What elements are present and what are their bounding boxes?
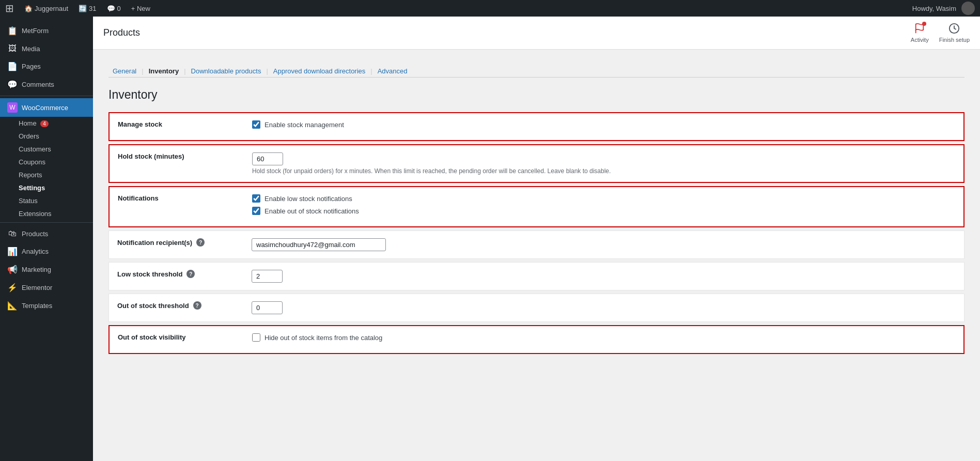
tab-general[interactable]: General — [108, 65, 141, 77]
low-stock-threshold-label-group: Low stock threshold ? — [117, 270, 252, 278]
sidebar-sub-coupons[interactable]: Coupons — [0, 156, 93, 168]
out-of-stock-visibility-block: Out of stock visibility Hide out of stoc… — [108, 325, 965, 354]
low-stock-threshold-row: Low stock threshold ? — [109, 263, 964, 290]
hold-stock-input[interactable] — [252, 152, 283, 165]
low-stock-threshold-block: Low stock threshold ? — [108, 262, 965, 290]
sidebar-sub-customers[interactable]: Customers — [0, 143, 93, 156]
hide-out-of-stock-checkbox[interactable] — [252, 333, 260, 342]
sidebar-item-media[interactable]: 🖼 Media — [0, 40, 93, 57]
tab-inventory[interactable]: Inventory — [145, 65, 183, 77]
adminbar-site[interactable]: 🏠 Juggernaut — [19, 5, 73, 12]
sidebar-label-products: Products — [22, 230, 48, 238]
out-of-stock-visibility-row: Out of stock visibility Hide out of stoc… — [110, 326, 963, 353]
sidebar-sub-reports[interactable]: Reports — [0, 168, 93, 181]
notifications-block: Notifications Enable low stock notificat… — [108, 186, 965, 227]
layout: 📋 MetForm 🖼 Media 📄 Pages 💬 Comments W W… — [0, 17, 980, 461]
activity-button[interactable]: Activity — [911, 23, 929, 43]
tab-advanced[interactable]: Advanced — [374, 65, 412, 77]
enable-stock-management-checkbox[interactable] — [252, 120, 260, 129]
pages-icon: 📄 — [7, 62, 18, 71]
adminbar-comments[interactable]: 💬 0 — [102, 5, 126, 12]
sidebar-item-elementor[interactable]: ⚡ Elementor — [0, 279, 93, 297]
finish-setup-label: Finish setup — [939, 37, 970, 43]
hold-stock-row: Hold stock (minutes) Hold stock (for unp… — [110, 145, 963, 182]
out-of-stock-visibility-label: Out of stock visibility — [118, 333, 252, 341]
media-icon: 🖼 — [7, 44, 18, 53]
sidebar: 📋 MetForm 🖼 Media 📄 Pages 💬 Comments W W… — [0, 17, 93, 461]
out-of-stock-notifications-checkbox[interactable] — [252, 207, 260, 215]
out-of-stock-threshold-block: Out of stock threshold ? — [108, 294, 965, 322]
hide-out-of-stock-label: Hide out of stock items from the catalog — [265, 334, 382, 342]
out-of-stock-threshold-help-icon[interactable]: ? — [193, 301, 201, 310]
sidebar-item-pages[interactable]: 📄 Pages — [0, 57, 93, 75]
notification-recipients-block: Notification recipient(s) ? — [108, 230, 965, 259]
tab-downloadable[interactable]: Downloadable products — [187, 65, 266, 77]
low-stock-threshold-label: Low stock threshold — [117, 270, 182, 278]
sidebar-item-templates[interactable]: 📐 Templates — [0, 297, 93, 315]
tabs-nav: General | Inventory | Downloadable produ… — [108, 60, 965, 78]
templates-icon: 📐 — [7, 301, 18, 311]
tab-approved[interactable]: Approved download directories — [269, 65, 370, 77]
hold-stock-label: Hold stock (minutes) — [118, 152, 252, 160]
notification-recipients-help-icon[interactable]: ? — [196, 238, 205, 247]
sidebar-item-metform[interactable]: 📋 MetForm — [0, 22, 93, 40]
avatar[interactable] — [961, 2, 975, 15]
low-stock-threshold-input[interactable] — [252, 270, 283, 283]
sidebar-sub-orders[interactable]: Orders — [0, 130, 93, 143]
sidebar-sub-status[interactable]: Status — [0, 194, 93, 207]
sidebar-label-analytics: Analytics — [22, 248, 49, 255]
topbar: Products Activity Finish setup — [93, 17, 980, 50]
wp-logo-icon[interactable]: ⊞ — [5, 2, 14, 14]
low-stock-threshold-help-icon[interactable]: ? — [186, 270, 195, 278]
sidebar-item-woocommerce[interactable]: W WooCommerce — [0, 98, 93, 117]
sidebar-item-products[interactable]: 🛍 Products — [0, 225, 93, 242]
comments-icon: 💬 — [7, 80, 18, 89]
finish-setup-button[interactable]: Finish setup — [939, 23, 970, 43]
sidebar-label-media: Media — [22, 45, 40, 53]
adminbar-updates[interactable]: 🔄 31 — [73, 5, 101, 12]
sidebar-sub-home[interactable]: Home 4 — [0, 117, 93, 130]
low-stock-notifications-row: Enable low stock notifications — [252, 194, 955, 203]
hold-stock-description: Hold stock (for unpaid orders) for x min… — [252, 167, 955, 175]
out-of-stock-threshold-input[interactable] — [252, 301, 283, 314]
updates-count: 31 — [89, 5, 96, 12]
manage-stock-label: Manage stock — [118, 120, 252, 128]
out-of-stock-threshold-label-group: Out of stock threshold ? — [117, 301, 252, 310]
out-of-stock-threshold-row: Out of stock threshold ? — [109, 294, 964, 321]
sidebar-item-analytics[interactable]: 📊 Analytics — [0, 242, 93, 260]
manage-stock-field: Enable stock management — [252, 120, 955, 133]
sidebar-label-comments: Comments — [22, 81, 54, 88]
products-icon: 🛍 — [7, 229, 18, 238]
sidebar-item-comments[interactable]: 💬 Comments — [0, 75, 93, 94]
notification-recipients-label-group: Notification recipient(s) ? — [117, 238, 252, 247]
enable-stock-management-label: Enable stock management — [265, 121, 344, 129]
notifications-field: Enable low stock notifications Enable ou… — [252, 194, 955, 219]
low-stock-notifications-checkbox[interactable] — [252, 194, 260, 203]
sidebar-label-marketing: Marketing — [22, 266, 51, 273]
notification-recipients-row: Notification recipient(s) ? — [109, 231, 964, 258]
sidebar-label-templates: Templates — [22, 302, 52, 310]
notifications-row: Notifications Enable low stock notificat… — [110, 187, 963, 226]
admin-bar: ⊞ 🏠 Juggernaut 🔄 31 💬 0 + New Howdy, Was… — [0, 0, 980, 17]
sidebar-item-marketing[interactable]: 📢 Marketing — [0, 260, 93, 279]
manage-stock-row: Manage stock Enable stock management — [110, 113, 963, 140]
sidebar-label-elementor: Elementor — [22, 284, 52, 291]
adminbar-new[interactable]: + New — [126, 5, 155, 12]
out-of-stock-threshold-label: Out of stock threshold — [117, 302, 189, 310]
out-of-stock-notifications-label: Enable out of stock notifications — [265, 207, 359, 215]
hold-stock-field: Hold stock (for unpaid orders) for x min… — [252, 152, 955, 175]
notification-recipients-field — [252, 238, 956, 251]
notification-recipients-input[interactable] — [252, 238, 386, 251]
sidebar-sub-settings[interactable]: Settings — [0, 181, 93, 194]
adminbar-howdy: Howdy, Wasim — [912, 5, 956, 12]
home-badge: 4 — [40, 120, 49, 127]
topbar-actions: Activity Finish setup — [911, 23, 970, 43]
main-content: Products Activity Finish setup — [93, 17, 980, 461]
sidebar-sub-extensions[interactable]: Extensions — [0, 207, 93, 220]
page-heading: Inventory — [108, 88, 965, 102]
notifications-label: Notifications — [118, 194, 252, 202]
out-of-stock-visibility-field: Hide out of stock items from the catalog — [252, 333, 955, 346]
woocommerce-icon: W — [7, 102, 18, 113]
notification-recipients-label: Notification recipient(s) — [117, 239, 192, 247]
manage-stock-block: Manage stock Enable stock management — [108, 112, 965, 141]
